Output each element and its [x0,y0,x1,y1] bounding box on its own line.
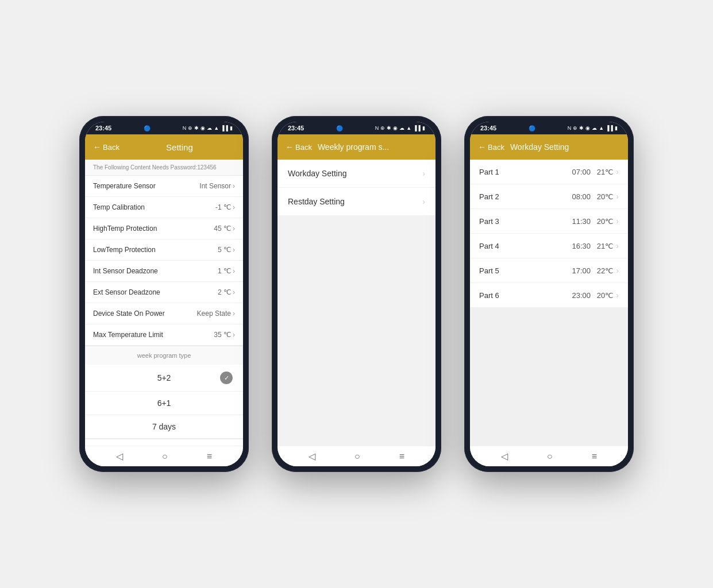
week-option-1[interactable]: 6+1 [85,392,243,415]
chevron-icon-0: › [233,182,235,190]
chevron-icon-4: › [233,267,235,275]
status-bar-2: 23:45 🔵 N ⊕ ✱ ◉ ☁ ▲ ▐▐ ▮ [278,122,435,134]
status-time-2: 23:45 [288,125,304,131]
workday-chevron-2: › [616,216,619,226]
workday-value-1: 08:00 20℃ › [572,192,619,201]
workday-item-0[interactable]: Part 1 07:00 21℃ › [470,160,628,184]
fb-icon-1: 🔵 [144,125,151,131]
nav-back-3[interactable]: ◁ [501,451,508,462]
phone-1-screen: 23:45 🔵 N ⊕ ✱ ◉ ☁ ▲ ▐▐ ▮ ← Back [85,122,243,466]
back-arrow-icon-3: ← [478,142,486,152]
phones-container: 23:45 🔵 N ⊕ ✱ ◉ ☁ ▲ ▐▐ ▮ ← Back [79,116,634,472]
nav-menu-3[interactable]: ≡ [592,451,597,462]
workday-item-4[interactable]: Part 5 17:00 22℃ › [470,258,628,283]
settings-label-0: Temperature Sensor [93,182,156,190]
back-arrow-icon-2: ← [286,142,294,152]
workday-item-5[interactable]: Part 6 23:00 20℃ › [470,283,628,308]
workday-chevron-5: › [616,291,619,300]
chevron-icon-1: › [233,203,235,211]
workday-item-3[interactable]: Part 4 16:30 21℃ › [470,234,628,258]
settings-item-4[interactable]: Int Sensor Deadzone 1 ℃ › [85,261,243,282]
nav-bar-3: ◁ ○ ≡ [470,446,628,466]
chevron-icon-7: › [233,331,235,339]
weekly-list: Workday Setting › Restday Setting › [278,160,435,216]
chevron-icon-6: › [233,310,235,318]
status-time-3: 23:45 [480,125,496,131]
settings-label-3: LowTemp Protection [93,246,156,254]
workday-value-5: 23:00 20℃ › [572,291,619,300]
status-icons-2: N ⊕ ✱ ◉ ☁ ▲ ▐▐ ▮ [375,125,425,131]
week-options: 5+2 ✓ 6+1 7 days [85,365,243,439]
workday-label-4: Part 5 [479,266,499,275]
settings-item-0[interactable]: Temperature Sensor Int Sensor › [85,176,243,197]
back-button-2[interactable]: ← Back [286,142,312,152]
fb-icon-3: 🔵 [529,125,535,131]
settings-label-6: Device State On Power [93,310,165,318]
weekly-item-label-0: Workday Setting [288,169,346,178]
nav-menu-1[interactable]: ≡ [207,451,212,462]
workday-label-0: Part 1 [479,168,499,176]
status-bar-3: 23:45 🔵 N ⊕ ✱ ◉ ☁ ▲ ▐▐ ▮ [470,122,628,134]
workday-value-3: 16:30 21℃ › [572,241,619,250]
back-button-3[interactable]: ← Back [478,142,504,152]
workday-value-2: 11:30 20℃ › [572,216,619,226]
week-section: week program type 5+2 ✓ 6+1 7 days [85,346,243,439]
settings-item-1[interactable]: Temp Calibration -1 ℃ › [85,197,243,218]
chevron-icon-3: › [233,246,235,254]
nav-back-2[interactable]: ◁ [309,451,315,462]
workday-label-5: Part 6 [479,291,499,300]
page-title-1: Setting [124,142,235,152]
nav-menu-2[interactable]: ≡ [399,451,404,462]
weekly-empty-area [278,216,435,446]
workday-label-1: Part 2 [479,192,499,201]
workday-item-2[interactable]: Part 3 11:30 20℃ › [470,209,628,234]
workday-item-1[interactable]: Part 2 08:00 20℃ › [470,184,628,209]
settings-value-5: 2 ℃ › [218,288,235,296]
top-bar-3: ← Back Workday Setting [470,134,628,160]
settings-item-7[interactable]: Max Temperature Limit 35 ℃ › [85,324,243,346]
chevron-icon-5: › [233,288,235,296]
phone-3-screen: 23:45 🔵 N ⊕ ✱ ◉ ☁ ▲ ▐▐ ▮ ← Back [470,122,628,466]
workday-value-0: 07:00 21℃ › [572,167,619,176]
week-option-label-0: 5+2 [141,373,187,382]
status-icons-1: N ⊕ ✱ ◉ ☁ ▲ ▐▐ ▮ [183,125,233,131]
phone-2: 23:45 🔵 N ⊕ ✱ ◉ ☁ ▲ ▐▐ ▮ ← Back [272,116,441,472]
week-option-2[interactable]: 7 days [85,415,243,439]
phone-2-screen: 23:45 🔵 N ⊕ ✱ ◉ ☁ ▲ ▐▐ ▮ ← Back [278,122,435,466]
weekly-item-1[interactable]: Restday Setting › [278,188,435,216]
workday-chevron-3: › [616,241,619,250]
settings-item-5[interactable]: Ext Sensor Deadzone 2 ℃ › [85,282,243,303]
top-bar-1: ← Back Setting [85,134,243,160]
chevron-icon-2: › [233,225,235,233]
nav-bar-2: ◁ ○ ≡ [278,446,435,466]
content-3: Part 1 07:00 21℃ › Part 2 08:00 20℃ › Pa… [470,160,628,446]
content-1: The Following Content Needs Password:123… [85,160,243,446]
workday-chevron-1: › [616,192,619,201]
nav-home-1[interactable]: ○ [162,451,168,462]
weekly-item-0[interactable]: Workday Setting › [278,160,435,188]
nav-home-3[interactable]: ○ [547,451,553,462]
week-section-title: week program type [85,346,243,365]
settings-item-3[interactable]: LowTemp Protection 5 ℃ › [85,239,243,261]
back-button-1[interactable]: ← Back [93,142,120,152]
settings-value-1: -1 ℃ › [215,203,235,211]
workday-list: Part 1 07:00 21℃ › Part 2 08:00 20℃ › Pa… [470,160,628,308]
settings-value-4: 1 ℃ › [218,267,235,275]
content-2: Workday Setting › Restday Setting › [278,160,435,446]
status-icons-3: N ⊕ ✱ ◉ ☁ ▲ ▐▐ ▮ [568,125,618,131]
nav-home-2[interactable]: ○ [354,451,360,462]
week-option-label-2: 7 days [141,422,187,431]
phone-1: 23:45 🔵 N ⊕ ✱ ◉ ☁ ▲ ▐▐ ▮ ← Back [79,116,249,472]
page-title-2: Weekly program s... [318,142,389,152]
settings-item-6[interactable]: Device State On Power Keep State › [85,303,243,324]
back-arrow-icon-1: ← [93,142,101,152]
week-option-0[interactable]: 5+2 ✓ [85,365,243,392]
workday-label-2: Part 3 [479,217,499,226]
week-option-label-1: 6+1 [141,399,187,408]
settings-value-0: Int Sensor › [199,182,235,190]
settings-item-2[interactable]: HighTemp Protection 45 ℃ › [85,218,243,239]
gotowe-button[interactable]: Gotowe [85,439,243,446]
nav-back-1[interactable]: ◁ [116,451,123,462]
settings-value-6: Keep State › [197,310,235,318]
settings-label-5: Ext Sensor Deadzone [93,288,160,296]
